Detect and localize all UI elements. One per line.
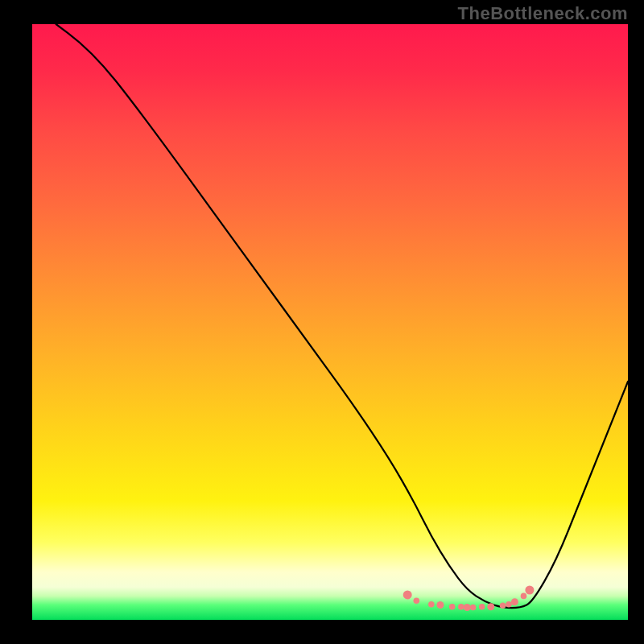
marker-dot xyxy=(403,590,412,599)
marker-dot xyxy=(521,593,527,600)
marker-dot xyxy=(511,598,518,605)
marker-dot xyxy=(428,601,435,608)
marker-dot xyxy=(479,604,485,610)
main-curve xyxy=(56,24,628,608)
marker-dot xyxy=(458,604,464,610)
marker-dot xyxy=(470,605,477,611)
watermark-text: TheBottleneck.com xyxy=(458,3,628,24)
marker-dot xyxy=(500,602,506,609)
marker-dot xyxy=(414,598,420,605)
marker-dot xyxy=(436,601,444,609)
curve-layer xyxy=(32,24,628,620)
marker-dot xyxy=(487,603,494,610)
plot-area xyxy=(32,24,628,620)
chart-frame: TheBottleneck.com xyxy=(0,0,644,644)
marker-dot xyxy=(464,604,471,611)
marker-dot xyxy=(506,601,512,608)
marker-dot xyxy=(525,586,534,595)
marker-dot xyxy=(449,604,456,610)
